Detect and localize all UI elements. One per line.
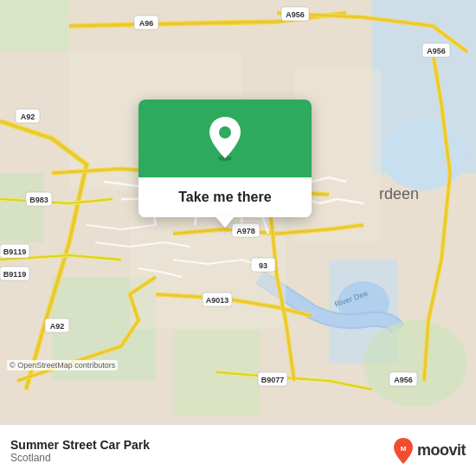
bottom-bar: Summer Street Car Park Scotland M moovit <box>0 424 476 476</box>
osm-credit: © OpenStreetMap contributors <box>7 360 118 370</box>
popup-tail <box>215 215 235 228</box>
svg-point-2 <box>381 121 467 190</box>
moovit-logo: M moovit <box>393 437 466 465</box>
svg-point-8 <box>363 320 467 407</box>
map-pin-icon <box>206 115 244 162</box>
moovit-text: moovit <box>417 441 466 460</box>
take-me-there-button[interactable]: Take me there <box>138 177 312 217</box>
svg-text:B9077: B9077 <box>261 376 285 384</box>
svg-text:A978: A978 <box>236 227 255 235</box>
svg-text:M: M <box>401 445 407 453</box>
map-container: A92 A96 A956 A956 A978 A978 B983 B9119 B… <box>0 0 476 424</box>
svg-text:A956: A956 <box>427 47 446 55</box>
svg-point-44 <box>219 126 231 138</box>
moovit-pin-icon: M <box>393 437 414 465</box>
popup-header <box>138 100 312 177</box>
svg-text:rdeen: rdeen <box>379 185 419 203</box>
svg-text:A956: A956 <box>286 10 305 19</box>
svg-text:A92: A92 <box>50 322 65 331</box>
svg-text:B9119: B9119 <box>3 270 27 279</box>
svg-rect-9 <box>0 173 43 242</box>
svg-text:A96: A96 <box>139 19 154 28</box>
location-name: Summer Street Car Park <box>10 438 150 452</box>
svg-rect-5 <box>0 0 69 52</box>
svg-text:B9119: B9119 <box>3 248 27 256</box>
location-country: Scotland <box>10 452 150 464</box>
svg-text:A92: A92 <box>21 113 35 121</box>
svg-text:93: 93 <box>259 261 267 270</box>
svg-text:B983: B983 <box>29 196 48 204</box>
location-info: Summer Street Car Park Scotland <box>10 438 150 464</box>
popup-card: Take me there <box>138 100 312 217</box>
svg-text:A9013: A9013 <box>206 296 229 305</box>
svg-text:A956: A956 <box>394 376 413 384</box>
